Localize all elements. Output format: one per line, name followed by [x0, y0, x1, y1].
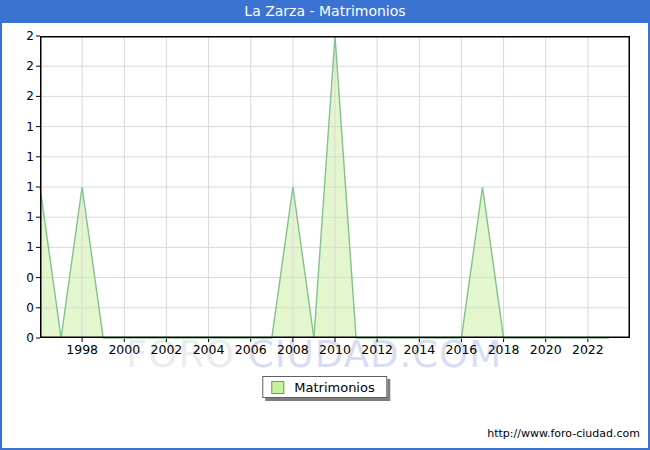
x-axis-tick-label: 2012 [355, 343, 399, 357]
legend-swatch-icon [271, 381, 284, 394]
y-axis-tick-label: 1 [4, 120, 34, 134]
footer-url: http://www.foro-ciudad.com [487, 427, 640, 440]
y-axis-tick-label: 1 [4, 210, 34, 224]
y-axis-tick-label: 1 [4, 180, 34, 194]
x-axis-tick-label: 2002 [144, 343, 188, 357]
chart-window: La Zarza - Matrimonios FORO CIUDAD.COM 2… [0, 0, 650, 450]
chart-title: La Zarza - Matrimonios [0, 0, 650, 23]
x-axis-tick-label: 2000 [102, 343, 146, 357]
legend-item-label: Matrimonios [294, 380, 374, 395]
x-axis-tick-label: 2010 [313, 343, 357, 357]
y-axis-tick-label: 2 [4, 29, 34, 43]
x-axis-tick-label: 2014 [397, 343, 441, 357]
x-axis-tick-label: 1998 [60, 343, 104, 357]
x-axis-tick-label: 2016 [439, 343, 483, 357]
y-axis-tick-label: 0 [4, 301, 34, 315]
x-axis-tick-label: 2020 [524, 343, 568, 357]
x-axis-tick-label: 2018 [482, 343, 526, 357]
y-axis-tick-label: 0 [4, 331, 34, 345]
y-axis-tick-label: 0 [4, 271, 34, 285]
y-axis-tick-label: 1 [4, 240, 34, 254]
area-chart-svg [40, 36, 630, 338]
x-axis-tick-label: 2006 [229, 343, 273, 357]
y-axis-tick-label: 2 [4, 59, 34, 73]
x-axis-tick-label: 2004 [187, 343, 231, 357]
legend: Matrimonios [262, 376, 387, 398]
y-axis-tick-label: 1 [4, 150, 34, 164]
x-axis-tick-label: 2022 [566, 343, 610, 357]
x-axis-tick-label: 2008 [271, 343, 315, 357]
y-axis-tick-label: 2 [4, 89, 34, 103]
